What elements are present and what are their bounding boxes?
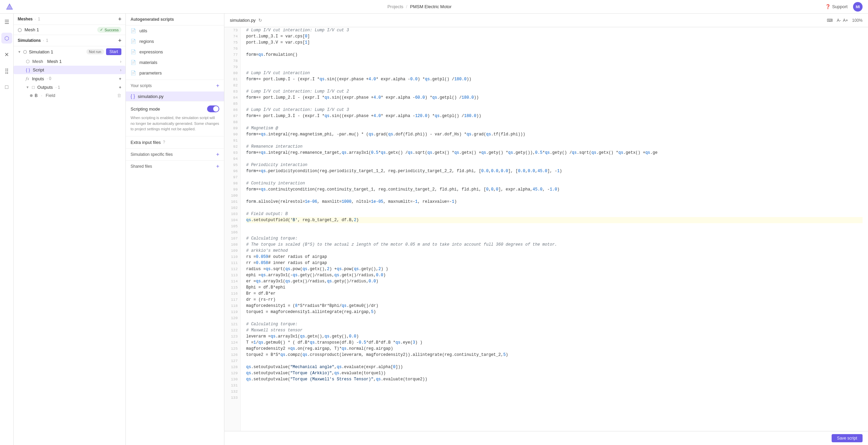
code-line[interactable]: radius = qs.sqrt( qs.pow(qs.getx(),2) + … [246, 266, 863, 272]
code-line[interactable]: # Periodicity interaction [246, 162, 863, 168]
active-script-item[interactable]: { } simulation.py [126, 92, 224, 101]
sim-mesh-item[interactable]: ⬡ Mesh Mesh 1 › [14, 57, 125, 66]
code-line[interactable] [246, 64, 863, 70]
code-line[interactable]: Bphi = df.B*ephi [246, 284, 863, 291]
code-line[interactable] [246, 137, 863, 144]
refresh-icon[interactable]: ↻ [258, 18, 262, 23]
code-line[interactable] [246, 119, 863, 125]
sidebar-cross-icon[interactable]: ✕ [1, 49, 12, 60]
code-line[interactable]: dr = (rs-rr) [246, 297, 863, 303]
code-line[interactable] [246, 382, 863, 389]
code-line[interactable] [246, 101, 863, 107]
code-line[interactable]: # Maxwell stress tensor [246, 327, 863, 333]
code-line[interactable]: # Lump I/V cut interaction: Lump I/V cut… [246, 107, 863, 113]
shared-files-header[interactable]: Shared files + [131, 163, 219, 169]
add-sim-file-button[interactable]: + [216, 151, 219, 158]
output-field-item[interactable]: B · Field 🗑 [14, 92, 125, 99]
code-line[interactable] [246, 205, 863, 211]
font-decrease-button[interactable]: A- [837, 18, 841, 23]
code-line[interactable]: port.lump_3.I = var.cps[0] [246, 33, 863, 39]
code-line[interactable] [246, 156, 863, 162]
add-script-button[interactable]: + [216, 83, 219, 89]
code-line[interactable] [246, 82, 863, 88]
code-line[interactable] [246, 174, 863, 180]
code-line[interactable]: # Calculating torque: [246, 235, 863, 242]
code-line[interactable] [246, 395, 863, 401]
code-line[interactable]: # arkkio's method [246, 248, 863, 254]
code-line[interactable]: leverarm = qs.array3x1(qs.getx(), qs.get… [246, 333, 863, 340]
mesh-item[interactable]: ⬡ Mesh 1 ✓ Success [14, 25, 125, 35]
code-line[interactable]: rs = 0.059 # outer radius of airgap [246, 254, 863, 260]
code-line[interactable]: qs.setoutputvalue("Mechanical angle", qs… [246, 364, 863, 370]
simulation-1-header[interactable]: ▼ ⬡ Simulation 1 Not run Start [14, 46, 125, 57]
add-shared-file-button[interactable]: + [216, 163, 219, 169]
save-script-button[interactable]: Save script [832, 434, 863, 442]
code-line[interactable]: qs.setoutputvalue("Torque (Arkkio)", qs.… [246, 370, 863, 376]
sidebar-hex-icon[interactable]: ⬡ [1, 33, 12, 44]
code-line[interactable] [246, 358, 863, 364]
code-line[interactable]: # Lump I/V cut interaction: Lump I/V cut… [246, 27, 863, 33]
code-line[interactable]: rr = 0.058 # inner radius of airgap [246, 260, 863, 266]
code-line[interactable]: er = qs.array3x1(qs.getx()/radius, qs.ge… [246, 278, 863, 284]
code-line[interactable] [246, 58, 863, 64]
code-line[interactable] [246, 46, 863, 52]
code-line[interactable]: # Field output: B [246, 211, 863, 217]
code-line[interactable]: # Lump I/V cut interaction [246, 70, 863, 76]
menu-item-regions[interactable]: 📄 regions [126, 36, 224, 47]
code-content[interactable]: # Lump I/V cut interaction: Lump I/V cut… [241, 27, 868, 431]
code-line[interactable]: # Continuity interaction [246, 180, 863, 186]
add-simulation-button[interactable]: + [118, 38, 121, 43]
sim-script-item[interactable]: { } Script › [14, 66, 125, 74]
code-line[interactable]: torque2 = B*S*qs.compz(qs.crossproduct(l… [246, 352, 863, 358]
sim-inputs-item[interactable]: 𝑓𝑥 Inputs · 0 + [14, 74, 125, 83]
code-line[interactable]: # Calculating torque: [246, 321, 863, 327]
delete-field-icon[interactable]: 🗑 [117, 93, 121, 98]
sidebar-box-icon[interactable]: □ [1, 82, 12, 93]
code-line[interactable]: form += port.lump_3.I - (expr.I * qs.sin… [246, 113, 863, 119]
menu-item-parameters[interactable]: 📄 parameters [126, 68, 224, 78]
menu-item-expressions[interactable]: 📄 expressions [126, 47, 224, 57]
add-input-button[interactable]: + [119, 76, 121, 81]
code-line[interactable]: form += qs.integral(reg.remanence_target… [246, 150, 863, 156]
sidebar-menu-icon[interactable]: ☰ [1, 16, 12, 27]
code-line[interactable]: magforcedensity2 = qs.on(reg.airgap, T)*… [246, 346, 863, 352]
code-line[interactable]: torque1 = magforcedensity1.allintegrate(… [246, 309, 863, 315]
code-line[interactable]: # Lump I/V cut interaction: Lump I/V cut… [246, 88, 863, 95]
code-line[interactable]: form += qs.integral(reg.magnetism_phi, -… [246, 131, 863, 137]
code-line[interactable]: form += port.lump.I - (expr.I * qs.sin((… [246, 76, 863, 82]
code-line[interactable]: form = qs.formulation() [246, 52, 863, 58]
code-line[interactable]: form += qs.periodicitycondition(reg.peri… [246, 168, 863, 174]
code-line[interactable]: T = 1/qs.getmu0() * ( df.B*qs.transpose(… [246, 340, 863, 346]
code-line[interactable]: form += qs.continuitycondition(reg.conti… [246, 186, 863, 193]
support-button[interactable]: ❓ Support [825, 4, 848, 9]
code-line[interactable] [246, 315, 863, 321]
menu-item-materials[interactable]: 📄 materials [126, 57, 224, 68]
sim-outputs-item[interactable]: ▼ □ Outputs · 1 + [14, 83, 125, 92]
scripting-mode-toggle[interactable] [207, 105, 219, 112]
code-line[interactable]: # The torque is scaled (B*S) to the actu… [246, 242, 863, 248]
code-line[interactable] [246, 389, 863, 395]
code-line[interactable]: # Remanence interaction [246, 144, 863, 150]
code-line[interactable] [246, 229, 863, 235]
code-line[interactable]: ephi = qs.array3x1(-qs.gety()/radius, qs… [246, 272, 863, 278]
help-icon[interactable]: ? [163, 140, 165, 145]
start-button[interactable]: Start [106, 48, 121, 55]
code-line[interactable] [246, 223, 863, 229]
code-line[interactable] [246, 193, 863, 199]
code-line[interactable]: form.allsolve(relrestol=1e-06, maxnlit=1… [246, 199, 863, 205]
add-output-button[interactable]: + [119, 85, 121, 90]
code-line[interactable]: port.lump_3.V = var.cps[1] [246, 39, 863, 46]
projects-link[interactable]: Projects [387, 4, 403, 9]
code-line[interactable]: magforcedensity1 = (8*S*radius*Br*Bphi/q… [246, 303, 863, 309]
menu-item-utils[interactable]: 📄 utils [126, 26, 224, 36]
code-line[interactable]: # Magnetism @ [246, 125, 863, 131]
keyboard-icon[interactable]: ⌨ [827, 18, 833, 23]
font-increase-button[interactable]: A+ [843, 18, 848, 23]
sidebar-grid-icon[interactable]: ⣿ [1, 65, 12, 76]
code-line[interactable]: qs.setoutputfield('B', reg.b_target_2, d… [246, 217, 863, 223]
code-line[interactable]: qs.setoutputvalue("Torque (Maxwell's Str… [246, 376, 863, 382]
code-line[interactable]: form += port.lump_2.I - (expr.I * qs.sin… [246, 95, 863, 101]
sim-specific-files-header[interactable]: Simulation specific files + [131, 151, 219, 158]
add-mesh-button[interactable]: + [118, 16, 121, 22]
code-line[interactable]: Br = df.B*er [246, 291, 863, 297]
